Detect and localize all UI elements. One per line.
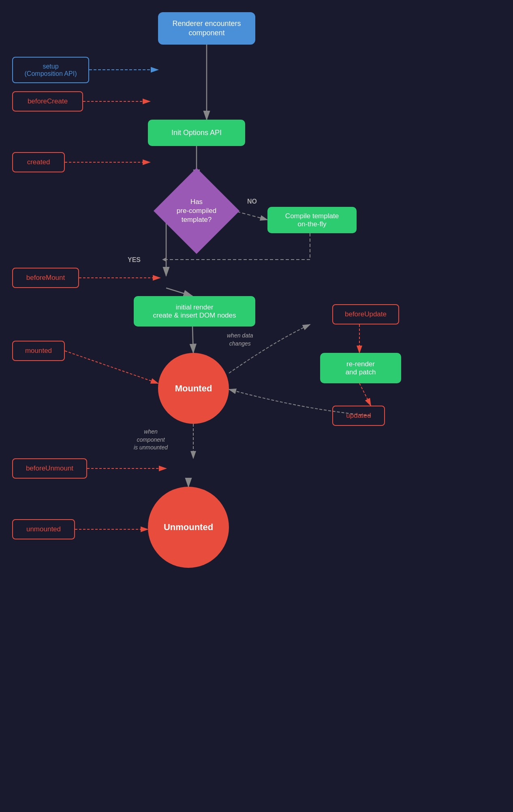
- yes-label: YES: [128, 256, 141, 264]
- lifecycle-diagram: Renderer encounters component setup(Comp…: [0, 0, 513, 812]
- diamond-node: Haspre-compiledtemplate?: [154, 168, 239, 254]
- compile-template-node: Compile templateon-the-fly: [267, 207, 357, 233]
- when-data-changes-label: when datachanges: [227, 332, 253, 348]
- beforecreate-node: beforeCreate: [12, 91, 83, 112]
- created-node: created: [12, 152, 65, 172]
- svg-marker-7: [162, 258, 166, 262]
- arrows-svg: [0, 0, 513, 812]
- when-unmounted-label: whencomponentis unmounted: [134, 428, 168, 452]
- init-options-node: Init Options API: [148, 120, 245, 146]
- renderer-node: Renderer encounters component: [158, 12, 255, 45]
- unmounted-hook-node: unmounted: [12, 519, 75, 539]
- svg-line-18: [65, 351, 158, 383]
- beforemount-node: beforeMount: [12, 268, 79, 288]
- unmounted-circle-node: Unmounted: [148, 487, 229, 568]
- svg-line-8: [166, 288, 192, 296]
- svg-line-11: [359, 383, 371, 406]
- rerender-node: re-renderand patch: [320, 353, 401, 383]
- svg-line-9: [192, 327, 193, 353]
- mounted-hook-node: mounted: [12, 341, 65, 361]
- initial-render-node: initial rendercreate & insert DOM nodes: [134, 296, 255, 327]
- beforeunmount-node: beforeUnmount: [12, 458, 87, 479]
- mounted-circle-node: Mounted: [158, 353, 229, 424]
- beforeupdate-node: beforeUpdate: [332, 304, 399, 324]
- no-label: NO: [247, 198, 257, 205]
- updated-hook-node: updated: [332, 406, 385, 426]
- setup-node: setup(Composition API): [12, 57, 89, 83]
